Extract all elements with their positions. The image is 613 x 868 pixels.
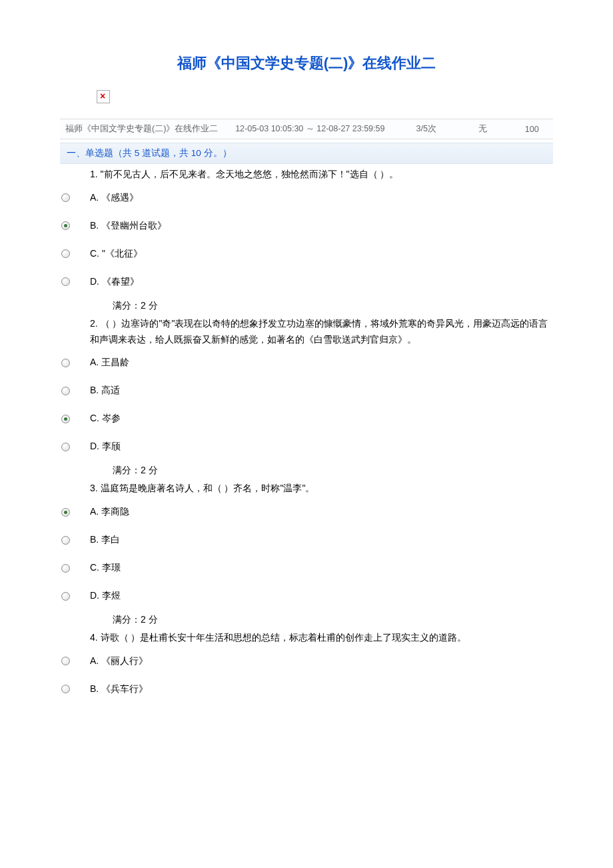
radio-q2-d[interactable] <box>61 443 70 451</box>
broken-image-icon <box>97 90 110 103</box>
radio-q3-a[interactable] <box>61 508 70 517</box>
radio-q1-d[interactable] <box>61 277 70 286</box>
radio-q3-c[interactable] <box>61 564 70 573</box>
radio-q1-a[interactable] <box>61 193 70 202</box>
option-label: A. 王昌龄 <box>90 357 553 369</box>
option-label: C. 李璟 <box>90 562 553 574</box>
option-label: A. 李商隐 <box>90 506 553 518</box>
section-header: 一、单选题（共 5 道试题，共 10 分。） <box>60 143 553 164</box>
radio-q2-c[interactable] <box>61 415 70 423</box>
meta-time-range: 12-05-03 10:05:30 ～ 12-08-27 23:59:59 <box>222 119 398 139</box>
option-label: C. "《北征》 <box>90 248 553 260</box>
radio-q1-b[interactable] <box>61 221 70 230</box>
meta-total: 100 <box>511 119 553 139</box>
question-1-text: 1. "前不见古人，后不见来者。念天地之悠悠，独怆然而涕下！"选自（ ）。 <box>90 164 553 184</box>
question-2-score: 满分：2 分 <box>113 461 553 478</box>
option-label: B. 《兵车行》 <box>90 683 553 695</box>
question-1-score: 满分：2 分 <box>113 296 553 313</box>
option-label: D. 李煜 <box>90 590 553 602</box>
radio-q2-a[interactable] <box>61 359 70 367</box>
option-label: A. 《感遇》 <box>90 192 553 204</box>
meta-attempts: 3/5次 <box>398 119 454 139</box>
option-label: A. 《丽人行》 <box>90 655 553 667</box>
option-label: D. 李颀 <box>90 441 553 453</box>
option-label: B. 李白 <box>90 534 553 546</box>
radio-q2-b[interactable] <box>61 387 70 395</box>
radio-q1-c[interactable] <box>61 249 70 258</box>
meta-col4: 无 <box>454 119 511 139</box>
radio-q3-d[interactable] <box>61 592 70 601</box>
question-3-text: 3. 温庭筠是晚唐著名诗人，和（ ）齐名，时称"温李"。 <box>90 478 553 498</box>
option-label: C. 岑参 <box>90 413 553 425</box>
option-label: B. 高适 <box>90 385 553 397</box>
assignment-meta-table: 福师《中国文学史专题(二)》在线作业二 12-05-03 10:05:30 ～ … <box>60 119 553 139</box>
meta-name: 福师《中国文学史专题(二)》在线作业二 <box>60 119 222 139</box>
radio-q4-a[interactable] <box>61 657 70 665</box>
question-3-score: 满分：2 分 <box>113 610 553 627</box>
question-2-text: 2. （ ）边塞诗的"奇"表现在以奇特的想象抒发立功边塞的慷慨豪情，将域外荒寒的… <box>90 313 553 349</box>
option-label: D. 《春望》 <box>90 276 553 288</box>
table-row: 福师《中国文学史专题(二)》在线作业二 12-05-03 10:05:30 ～ … <box>60 119 553 139</box>
radio-q4-b[interactable] <box>61 685 70 693</box>
page-title: 福师《中国文学史专题(二)》在线作业二 <box>60 53 553 73</box>
option-label: B. 《登幽州台歌》 <box>90 220 553 232</box>
question-4-text: 4. 诗歌（ ）是杜甫长安十年生活和思想的总结，标志着杜甫的创作走上了现实主义的… <box>90 627 553 647</box>
radio-q3-b[interactable] <box>61 536 70 545</box>
